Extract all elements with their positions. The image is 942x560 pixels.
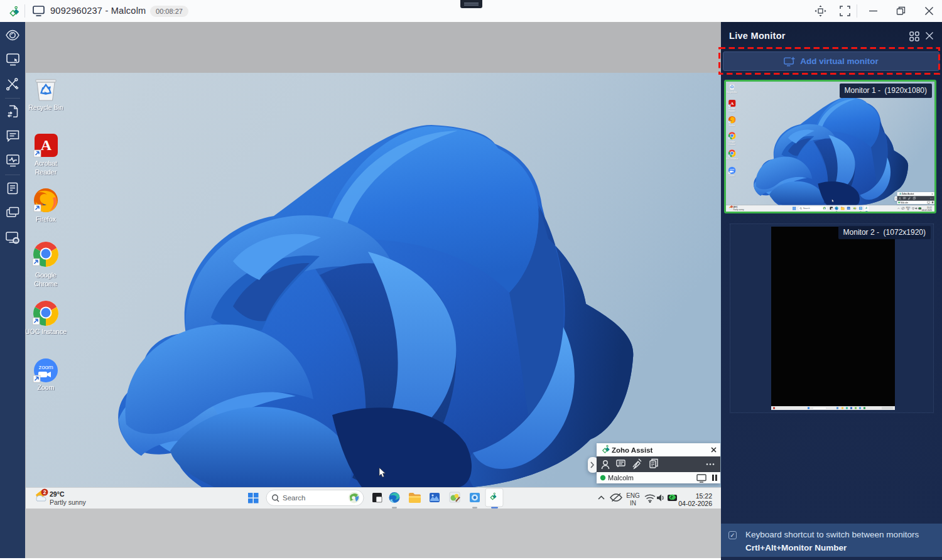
svg-text:Acrobat: Acrobat — [35, 159, 57, 167]
svg-text:Malcolm: Malcolm — [608, 474, 634, 482]
svg-text:Chrome: Chrome — [34, 280, 58, 288]
svg-text:2: 2 — [43, 489, 46, 495]
svg-text:A: A — [41, 137, 52, 153]
svg-text:IN: IN — [630, 500, 636, 507]
svg-text:ENG: ENG — [626, 492, 640, 499]
svg-text:29°C: 29°C — [50, 490, 65, 498]
svg-text:Zoho Assist: Zoho Assist — [612, 446, 653, 454]
svg-text:04-02-2026: 04-02-2026 — [678, 500, 712, 507]
svg-text:Search: Search — [283, 494, 305, 502]
svg-text:Firefox: Firefox — [36, 215, 57, 223]
svg-text:Zoom: Zoom — [38, 384, 55, 391]
svg-text:Google: Google — [35, 271, 57, 279]
svg-text:15:22: 15:22 — [696, 492, 712, 500]
svg-text:zoom: zoom — [38, 363, 53, 370]
svg-text:Recycle Bin: Recycle Bin — [28, 104, 63, 111]
svg-text:UOC Instance: UOC Instance — [26, 328, 67, 335]
svg-text:Partly sunny: Partly sunny — [50, 498, 87, 506]
svg-text:Reader: Reader — [35, 168, 57, 176]
